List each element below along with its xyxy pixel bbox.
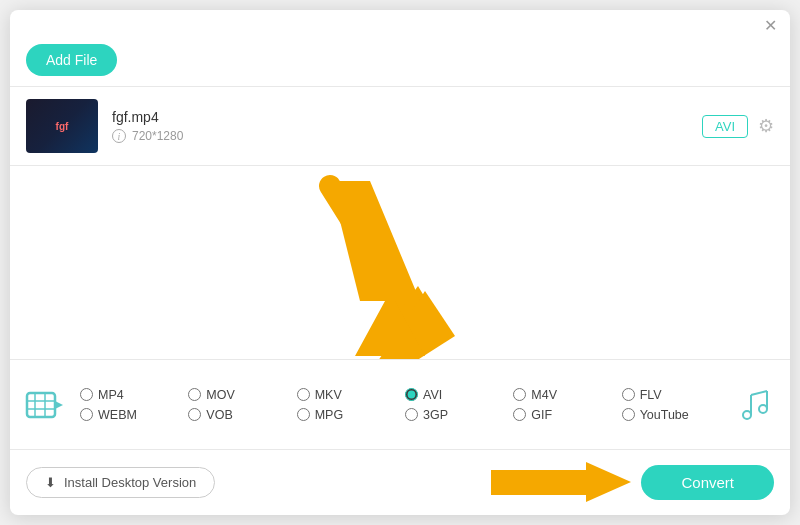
- svg-line-13: [751, 391, 767, 395]
- radio-mkv[interactable]: [297, 388, 310, 401]
- format-grid: MP4 MOV MKV AVI M4V FLV WEBM: [80, 388, 730, 422]
- bottom-section: MP4 MOV MKV AVI M4V FLV WEBM: [10, 359, 790, 449]
- radio-mpg[interactable]: [297, 408, 310, 421]
- convert-button[interactable]: Convert: [641, 465, 774, 500]
- label-mov: MOV: [206, 388, 234, 402]
- file-list: fgf fgf.mp4 i 720*1280 AVI ⚙: [10, 87, 790, 166]
- svg-rect-5: [27, 393, 55, 417]
- label-mp4: MP4: [98, 388, 124, 402]
- radio-mp4[interactable]: [80, 388, 93, 401]
- arrow-area: [10, 166, 790, 359]
- format-option-m4v[interactable]: M4V: [513, 388, 621, 402]
- big-yellow-arrow: [260, 171, 480, 359]
- label-youtube: YouTube: [640, 408, 689, 422]
- radio-gif[interactable]: [513, 408, 526, 421]
- toolbar: Add File: [10, 38, 790, 87]
- music-icon-container: [730, 380, 780, 430]
- file-item: fgf fgf.mp4 i 720*1280 AVI ⚙: [26, 99, 774, 153]
- label-webm: WEBM: [98, 408, 137, 422]
- radio-m4v[interactable]: [513, 388, 526, 401]
- thumbnail-inner: fgf: [26, 99, 98, 153]
- radio-mov[interactable]: [188, 388, 201, 401]
- label-3gp: 3GP: [423, 408, 448, 422]
- music-icon: [737, 387, 773, 423]
- radio-avi[interactable]: [405, 388, 418, 401]
- add-file-button[interactable]: Add File: [26, 44, 117, 76]
- label-mkv: MKV: [315, 388, 342, 402]
- install-label: Install Desktop Version: [64, 475, 196, 490]
- label-flv: FLV: [640, 388, 662, 402]
- format-option-mpg[interactable]: MPG: [297, 408, 405, 422]
- format-option-mov[interactable]: MOV: [188, 388, 296, 402]
- video-icon: [25, 385, 65, 425]
- radio-youtube[interactable]: [622, 408, 635, 421]
- format-option-vob[interactable]: VOB: [188, 408, 296, 422]
- svg-marker-10: [55, 401, 63, 409]
- svg-marker-14: [491, 462, 631, 502]
- format-option-3gp[interactable]: 3GP: [405, 408, 513, 422]
- svg-marker-4: [330, 181, 425, 356]
- convert-arrow: [491, 460, 631, 505]
- thumbnail-text: fgf: [56, 121, 69, 132]
- file-info: fgf.mp4 i 720*1280: [112, 109, 688, 143]
- format-option-mp4[interactable]: MP4: [80, 388, 188, 402]
- label-avi: AVI: [423, 388, 442, 402]
- file-meta: i 720*1280: [112, 129, 688, 143]
- footer: ⬇ Install Desktop Version Convert: [10, 449, 790, 515]
- info-icon: i: [112, 129, 126, 143]
- close-button[interactable]: ✕: [762, 18, 778, 34]
- format-option-youtube[interactable]: YouTube: [622, 408, 730, 422]
- label-gif: GIF: [531, 408, 552, 422]
- title-bar: ✕: [10, 10, 790, 38]
- radio-webm[interactable]: [80, 408, 93, 421]
- file-name: fgf.mp4: [112, 109, 688, 125]
- video-icon-container: [20, 380, 70, 430]
- format-option-avi[interactable]: AVI: [405, 388, 513, 402]
- label-m4v: M4V: [531, 388, 557, 402]
- install-button[interactable]: ⬇ Install Desktop Version: [26, 467, 215, 498]
- radio-vob[interactable]: [188, 408, 201, 421]
- settings-icon[interactable]: ⚙: [758, 115, 774, 137]
- file-thumbnail: fgf: [26, 99, 98, 153]
- format-option-webm[interactable]: WEBM: [80, 408, 188, 422]
- download-icon: ⬇: [45, 475, 56, 490]
- format-option-flv[interactable]: FLV: [622, 388, 730, 402]
- format-badge: AVI: [702, 115, 748, 138]
- main-window: ✕ Add File fgf fgf.mp4 i 720*1280 AVI ⚙: [10, 10, 790, 515]
- label-mpg: MPG: [315, 408, 343, 422]
- format-option-gif[interactable]: GIF: [513, 408, 621, 422]
- file-resolution: 720*1280: [132, 129, 183, 143]
- radio-flv[interactable]: [622, 388, 635, 401]
- label-vob: VOB: [206, 408, 232, 422]
- file-actions: AVI ⚙: [702, 115, 774, 138]
- format-option-mkv[interactable]: MKV: [297, 388, 405, 402]
- radio-3gp[interactable]: [405, 408, 418, 421]
